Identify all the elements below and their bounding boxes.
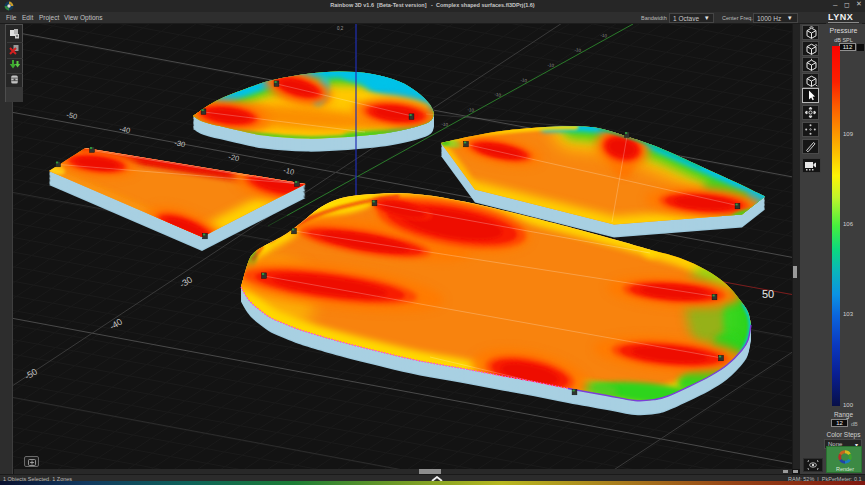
svg-text:-10: -10: [547, 62, 555, 68]
svg-text:-10: -10: [574, 47, 582, 53]
svg-text:50: 50: [762, 288, 774, 300]
svg-text:-10: -10: [520, 77, 528, 83]
svg-text:-10: -10: [467, 107, 475, 113]
svg-text:-10: -10: [441, 122, 449, 128]
svg-text:-10: -10: [494, 92, 502, 98]
svg-text:0,2: 0,2: [337, 26, 344, 31]
svg-text:-10: -10: [600, 33, 608, 39]
